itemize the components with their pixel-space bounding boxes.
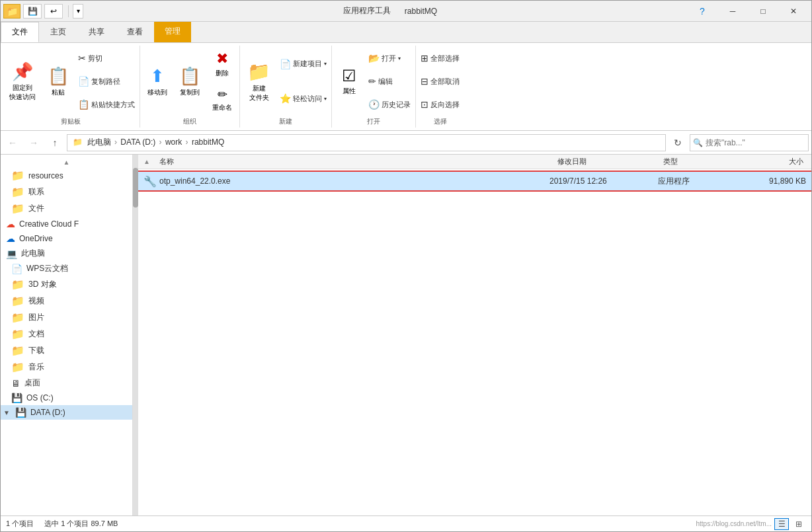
group-clipboard: 📌 固定到快速访问 📋 粘贴 ✂ 剪切 xyxy=(2,46,140,128)
easy-access-label: 轻松访问 xyxy=(293,94,322,104)
watermark-text: https://blog.csdn.net/Itm... xyxy=(696,520,772,527)
pin-to-quick-access-btn[interactable]: 📌 固定到快速访问 xyxy=(5,47,40,116)
file-item-otp[interactable]: 🔧 otp_win64_22.0.exe 2019/7/15 12:26 应用程… xyxy=(138,172,811,190)
copy-to-btn[interactable]: 📋 复制到 xyxy=(175,47,205,116)
properties-icon: ☑ xyxy=(342,67,356,85)
rename-btn[interactable]: ✏ 重命名 xyxy=(208,84,237,116)
file-type: 应用程序 xyxy=(658,176,737,187)
search-input[interactable] xyxy=(706,138,805,147)
sidebar-item-onedrive[interactable]: ☁ OneDrive xyxy=(1,231,132,246)
qat-undo-btn[interactable]: ↩ xyxy=(44,4,63,19)
col-type[interactable]: 类型 xyxy=(661,157,740,167)
delete-icon: ✖ xyxy=(216,50,228,67)
c-drive-icon: 💾 xyxy=(11,393,22,403)
select-all-label: 全部选择 xyxy=(430,54,460,63)
maximize-btn[interactable]: □ xyxy=(748,1,778,22)
rename-label: 重命名 xyxy=(212,103,232,112)
forward-btn[interactable]: → xyxy=(24,133,43,152)
qat-save-btn[interactable]: 💾 xyxy=(23,4,42,19)
sidebar-label-desktop: 桌面 xyxy=(24,377,40,389)
sidebar-item-desktop[interactable]: 🖥 桌面 xyxy=(1,375,132,391)
sidebar-item-music[interactable]: 📁 音乐 xyxy=(1,359,132,375)
scrollbar-thumb[interactable] xyxy=(133,168,138,208)
address-path[interactable]: 📁 此电脑 › DATA (D:) › work › rabbitMQ xyxy=(67,134,666,151)
sidebar-item-3d[interactable]: 📁 3D 对象 xyxy=(1,276,132,293)
video-icon: 📁 xyxy=(11,295,24,307)
properties-label: 属性 xyxy=(343,87,356,96)
scroll-up-indicator: ▲ xyxy=(1,157,132,167)
copy-path-icon: 📄 xyxy=(78,76,89,87)
new-folder-btn[interactable]: 📁 新建文件夹 xyxy=(243,47,275,116)
cut-btn[interactable]: ✂ 剪切 xyxy=(76,52,137,64)
sidebar-item-lianxi[interactable]: 📁 联系 xyxy=(1,184,132,200)
tab-manage[interactable]: 管理 xyxy=(154,22,191,42)
edit-btn[interactable]: ✏ 编辑 xyxy=(366,75,413,87)
up-btn[interactable]: ↑ xyxy=(46,133,64,152)
file-list: 🔧 otp_win64_22.0.exe 2019/7/15 12:26 应用程… xyxy=(138,169,811,515)
invert-icon: ⊡ xyxy=(421,99,428,110)
tab-share[interactable]: 共享 xyxy=(77,22,116,42)
minimize-btn[interactable]: ─ xyxy=(717,1,748,22)
history-btn[interactable]: 🕐 历史记录 xyxy=(366,98,413,110)
easy-access-btn[interactable]: ⭐ 轻松访问 xyxy=(278,93,329,104)
col-name[interactable]: 名称 xyxy=(157,157,555,167)
invert-selection-btn[interactable]: ⊡ 反向选择 xyxy=(419,98,462,110)
back-btn[interactable]: ← xyxy=(3,133,22,152)
sidebar-item-video[interactable]: 📁 视频 xyxy=(1,293,132,309)
wps-icon: 📄 xyxy=(11,264,22,274)
copy-path-btn[interactable]: 📄 复制路径 xyxy=(76,75,137,87)
qat-dropdown-btn[interactable]: ▾ xyxy=(73,4,83,19)
refresh-btn[interactable]: ↻ xyxy=(669,133,687,152)
open-btn[interactable]: 📂 打开 xyxy=(366,52,413,64)
docs-icon: 📁 xyxy=(11,328,24,340)
clipboard-content: 📌 固定到快速访问 📋 粘贴 ✂ 剪切 xyxy=(5,47,137,116)
select-none-label: 全部取消 xyxy=(430,77,460,87)
paste-shortcut-btn[interactable]: 📋 粘贴快捷方式 xyxy=(76,98,137,110)
sidebar-label-creative-cloud: Creative Cloud F xyxy=(19,219,79,229)
col-date[interactable]: 修改日期 xyxy=(555,157,661,167)
app-tab[interactable]: 应用程序工具 xyxy=(335,2,399,20)
list-view-btn[interactable]: ☰ xyxy=(774,518,789,530)
sidebar-item-downloads[interactable]: 📁 下载 xyxy=(1,342,132,359)
organize-group-label: 组织 xyxy=(143,117,237,128)
group-select: ⊞ 全部选择 ⊟ 全部取消 ⊡ 反向选择 选择 xyxy=(416,46,464,128)
col-size[interactable]: 大小 xyxy=(740,157,806,167)
tab-file[interactable]: 文件 xyxy=(1,22,39,42)
sidebar-item-wps[interactable]: 📄 WPS云文档 xyxy=(1,261,132,276)
sidebar-item-creative-cloud[interactable]: ☁ Creative Cloud F xyxy=(1,217,132,231)
open-group-label: 打开 xyxy=(335,117,413,128)
sidebar-label-this-pc: 此电脑 xyxy=(21,248,45,259)
file-name: otp_win64_22.0.exe xyxy=(159,176,547,186)
item-count: 1 个项目 xyxy=(6,519,34,529)
paste-btn[interactable]: 📋 粘贴 xyxy=(43,47,73,116)
open-label: 打开 xyxy=(382,54,396,63)
tab-view[interactable]: 查看 xyxy=(116,22,154,42)
sidebar-label-wenjian: 文件 xyxy=(28,203,44,214)
sidebar-item-d-drive[interactable]: ▼ 💾 DATA (D:) xyxy=(1,405,132,420)
sidebar-item-c-drive[interactable]: 💾 OS (C:) xyxy=(1,391,132,405)
easy-access-icon: ⭐ xyxy=(280,93,291,104)
help-btn[interactable]: ? xyxy=(687,1,717,22)
properties-btn[interactable]: ☑ 属性 xyxy=(335,47,364,116)
sidebar-item-resources[interactable]: 📁 resources xyxy=(1,167,132,184)
3d-icon: 📁 xyxy=(11,278,24,291)
new-content: 📁 新建文件夹 📄 新建项目 ⭐ 轻松访问 xyxy=(243,47,329,116)
window-controls: ? ─ □ ✕ xyxy=(687,1,809,22)
folder-icon-wenjian: 📁 xyxy=(11,202,24,215)
sidebar-label-lianxi: 联系 xyxy=(28,186,44,198)
sidebar-scrollbar[interactable] xyxy=(133,155,138,515)
sidebar-item-docs[interactable]: 📁 文档 xyxy=(1,326,132,342)
sidebar-item-images[interactable]: 📁 图片 xyxy=(1,309,132,326)
detail-view-btn[interactable]: ⊞ xyxy=(792,518,806,530)
move-to-btn[interactable]: ⬆ 移动到 xyxy=(143,47,172,116)
sidebar-item-this-pc[interactable]: 💻 此电脑 xyxy=(1,246,132,261)
tab-home[interactable]: 主页 xyxy=(39,22,77,42)
select-none-btn[interactable]: ⊟ 全部取消 xyxy=(419,75,462,87)
close-btn[interactable]: ✕ xyxy=(778,1,809,22)
sort-arrow: ▲ xyxy=(143,158,157,165)
delete-btn[interactable]: ✖ 删除 xyxy=(208,47,237,81)
new-group-label: 新建 xyxy=(243,117,329,128)
new-item-btn[interactable]: 📄 新建项目 xyxy=(278,58,329,70)
sidebar-item-wenjian[interactable]: 📁 文件 xyxy=(1,200,132,217)
select-all-btn[interactable]: ⊞ 全部选择 xyxy=(419,52,462,64)
